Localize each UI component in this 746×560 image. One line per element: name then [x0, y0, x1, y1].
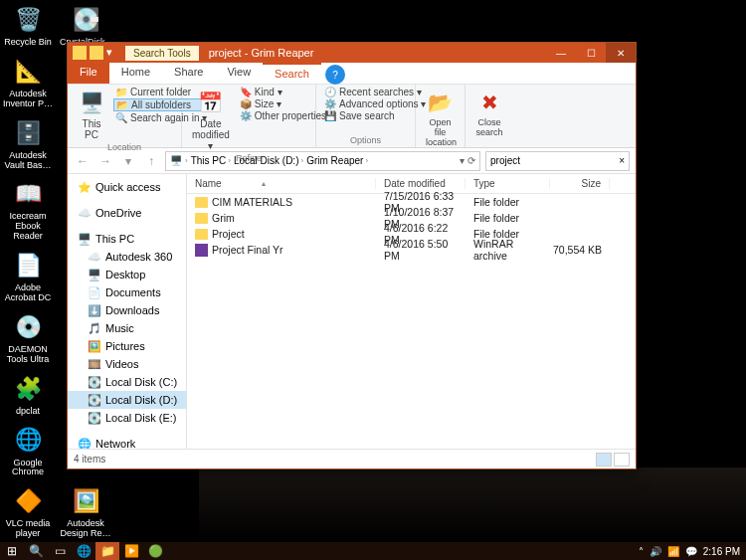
- nav-music[interactable]: 🎵Music: [68, 319, 186, 337]
- ribbon-save-search[interactable]: 💾Save search: [322, 110, 409, 121]
- nav-downloads[interactable]: ⬇️Downloads: [68, 301, 186, 319]
- nav-item-icon: ☁️: [88, 250, 101, 264]
- di-autodesk-inventor[interactable]: 📐Autodesk Inventor P…: [0, 52, 56, 113]
- nav-desktop[interactable]: 🖥️Desktop: [68, 266, 186, 283]
- col-type[interactable]: Type: [466, 178, 550, 189]
- refresh-icon[interactable]: ⟳: [467, 155, 475, 166]
- nav-item-icon: 🎵: [88, 321, 101, 335]
- app-icon: 💽: [70, 4, 101, 36]
- ribbon-group-options: Options: [322, 135, 409, 145]
- nav-item-icon: 🖼️: [88, 339, 101, 353]
- breadcrumb-seg[interactable]: Grim Reaper›: [306, 155, 368, 166]
- nav-a360[interactable]: ☁️Autodesk 360: [68, 248, 186, 266]
- search-input[interactable]: project ×: [485, 151, 630, 171]
- taskbar-explorer[interactable]: 📁: [95, 542, 119, 560]
- di-autodesk-vault[interactable]: 🗄️Autodesk Vault Bas…: [0, 113, 56, 175]
- tab-search[interactable]: Search: [263, 63, 321, 84]
- di-icecream[interactable]: 📖Icecream Ebook Reader: [0, 174, 56, 246]
- view-large-icon[interactable]: [614, 453, 630, 467]
- taskbar-edge[interactable]: 🌐: [72, 542, 95, 560]
- cloud-icon: ☁️: [78, 206, 92, 220]
- size-icon: 📦: [240, 98, 252, 109]
- ribbon-recent-searches[interactable]: 🕘Recent searches ▾: [322, 87, 409, 97]
- breadcrumb-seg[interactable]: This PC›: [191, 155, 231, 166]
- nav-documents[interactable]: 📄Documents: [68, 283, 186, 301]
- file-menu[interactable]: File: [68, 63, 109, 84]
- nav-quick-access[interactable]: ⭐Quick access: [68, 178, 186, 196]
- nav-back[interactable]: ←: [74, 152, 92, 170]
- titlebar[interactable]: ▾ Search Tools project - Grim Reaper — ☐…: [68, 43, 636, 63]
- desktop-icons-col1: 🗑️Recycle Bin 📐Autodesk Inventor P… 🗄️Au…: [0, 0, 60, 543]
- nav-item-icon: ⬇️: [88, 303, 101, 317]
- col-date[interactable]: Date modified: [376, 178, 466, 189]
- dropdown-icon[interactable]: ▾: [106, 46, 120, 60]
- nav-this-pc[interactable]: 🖥️This PC: [68, 230, 186, 248]
- pc-icon: 🖥️: [78, 232, 92, 246]
- nav-diske[interactable]: 💽Local Disk (E:): [68, 409, 186, 427]
- tray-chevron-icon[interactable]: ˄: [639, 546, 644, 557]
- nav-diskd[interactable]: 💽Local Disk (D:): [68, 391, 186, 409]
- col-name[interactable]: Name: [195, 178, 222, 189]
- nav-up[interactable]: ↑: [142, 152, 160, 170]
- breadcrumb-seg[interactable]: Local Disk (D:)›: [234, 155, 303, 166]
- folder-icon: [195, 213, 208, 224]
- chevron-down-icon[interactable]: ▾: [460, 155, 465, 166]
- di-vlc[interactable]: 🔶VLC media player: [0, 481, 56, 543]
- nav-history[interactable]: ▾: [119, 152, 137, 170]
- kind-icon: 🔖: [240, 87, 252, 97]
- folders-icon: 📂: [116, 99, 128, 110]
- tray-clock[interactable]: 2:16 PM: [703, 546, 740, 557]
- search-button[interactable]: 🔍: [24, 542, 48, 560]
- taskbar-chrome[interactable]: 🟢: [143, 542, 167, 560]
- tab-share[interactable]: Share: [162, 63, 215, 84]
- search-tools-tab[interactable]: Search Tools: [125, 46, 199, 61]
- folder-icon: [195, 229, 208, 240]
- tray-volume-icon[interactable]: 🔊: [650, 546, 661, 557]
- app-icon: 📖: [12, 178, 44, 210]
- col-size[interactable]: Size: [550, 178, 610, 189]
- nav-fwd[interactable]: →: [96, 152, 114, 170]
- help-button[interactable]: ?: [325, 65, 345, 85]
- nav-pane[interactable]: ⭐Quick access ☁️OneDrive 🖥️This PC ☁️Aut…: [68, 174, 187, 449]
- address-field[interactable]: 🖥️› This PC› Local Disk (D:)› Grim Reape…: [165, 151, 480, 171]
- tray-action-icon[interactable]: 💬: [685, 546, 697, 557]
- nav-pictures[interactable]: 🖼️Pictures: [68, 337, 186, 355]
- app-icon: 📐: [12, 56, 44, 88]
- tab-view[interactable]: View: [215, 63, 263, 84]
- file-list: Name▴ Date modified Type Size CIM MATERI…: [187, 174, 636, 449]
- save-icon: 💾: [324, 110, 336, 121]
- window-title: project - Grim Reaper: [199, 47, 546, 59]
- tab-home[interactable]: Home: [109, 63, 162, 84]
- view-details-icon[interactable]: [596, 453, 612, 467]
- nav-videos[interactable]: 🎞️Videos: [68, 355, 186, 373]
- chrome-icon: 🌐: [12, 425, 44, 457]
- taskbar-media[interactable]: ▶️: [119, 542, 143, 560]
- di-acrobat[interactable]: 📄Adobe Acrobat DC: [0, 246, 56, 307]
- nav-item-icon: 🎞️: [88, 357, 101, 371]
- taskview-button[interactable]: ▭: [48, 542, 72, 560]
- address-bar: ← → ▾ ↑ 🖥️› This PC› Local Disk (D:)› Gr…: [68, 148, 636, 174]
- ribbon-this-pc[interactable]: 🖥️This PC: [74, 87, 109, 142]
- nav-network[interactable]: 🌐Network: [68, 435, 186, 449]
- di-autodesk-design[interactable]: 🖼️Autodesk Design Re…: [58, 481, 113, 543]
- minimize-button[interactable]: —: [546, 43, 576, 63]
- di-recycle-bin[interactable]: 🗑️Recycle Bin: [0, 0, 56, 52]
- nav-diskc[interactable]: 💽Local Disk (C:): [68, 373, 186, 391]
- tray-network-icon[interactable]: 📶: [667, 546, 679, 557]
- di-dpclat[interactable]: 🧩dpclat: [0, 369, 56, 421]
- table-row[interactable]: Project Final Yr4/6/2016 5:50 PMWinRAR a…: [187, 242, 636, 258]
- nav-onedrive[interactable]: ☁️OneDrive: [68, 204, 186, 222]
- ribbon-close-search[interactable]: ✖Close search: [471, 87, 507, 140]
- ribbon-open-location[interactable]: 📂Open file location: [422, 87, 459, 150]
- start-button[interactable]: ⊞: [0, 542, 24, 560]
- ribbon-date-modified[interactable]: 📅Date modified ▾: [188, 87, 234, 153]
- ribbon-advanced[interactable]: ⚙️Advanced options ▾: [322, 98, 409, 109]
- close-icon: ✖: [475, 89, 503, 116]
- maximize-button[interactable]: ☐: [576, 43, 606, 63]
- di-chrome[interactable]: 🌐Google Chrome: [0, 421, 56, 482]
- clear-icon[interactable]: ×: [619, 155, 625, 166]
- close-button[interactable]: ✕: [606, 43, 636, 63]
- app-icon: 🗄️: [12, 117, 44, 149]
- di-daemon[interactable]: 💿DAEMON Tools Ultra: [0, 307, 56, 369]
- star-icon: ⭐: [78, 180, 92, 194]
